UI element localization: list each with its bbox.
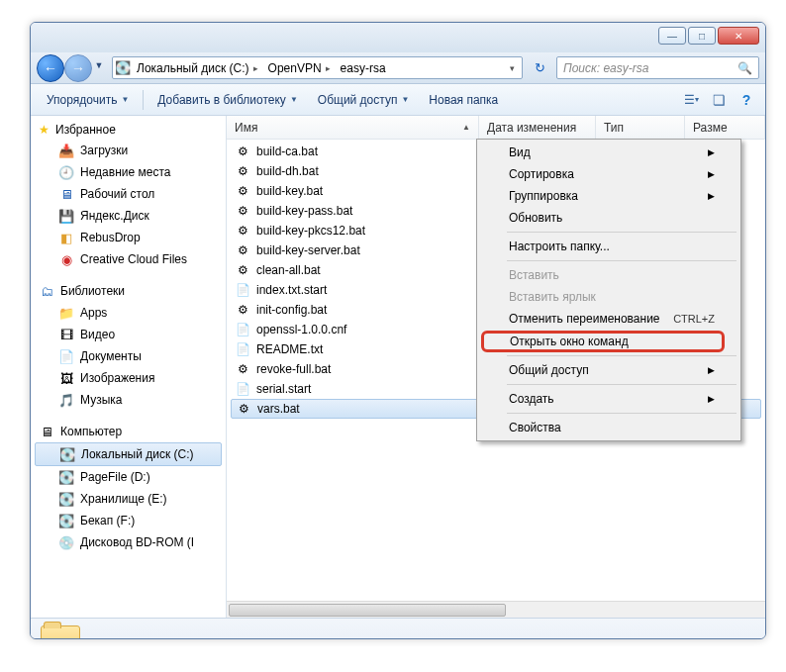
item-label: Бекап (F:) [80,514,135,528]
item-label: init-config.bat [256,303,327,317]
ctx-open-cmd[interactable]: Открыть окно команд [481,331,725,352]
item-icon: ⚙ [235,302,250,318]
organize-button[interactable]: Упорядочить▼ [39,89,137,111]
sidebar-item[interactable]: 🖼Изображения [31,367,226,389]
item-label: Недавние места [80,165,170,179]
item-icon: 📄 [58,348,74,364]
item-icon: ⚙ [235,163,250,179]
refresh-button[interactable]: ↻ [529,57,550,79]
status-bar: Элементов: 14 [31,618,765,639]
item-icon: 🎞 [58,327,74,342]
item-icon: 💾 [58,208,74,224]
item-label: Яндекс.Диск [80,209,149,223]
item-label: vars.bat [257,402,300,416]
forward-button[interactable]: → [64,54,92,82]
ctx-sort[interactable]: Сортировка▶ [479,163,738,185]
preview-button[interactable]: ❏ [708,89,730,111]
nav-pane[interactable]: ★Избранное 📥Загрузки🕘Недавние места🖥Рабо… [31,116,227,618]
sidebar-item[interactable]: 🕘Недавние места [31,161,226,183]
include-button[interactable]: Добавить в библиотеку▼ [149,89,305,111]
h-scrollbar[interactable] [227,601,765,618]
ctx-undo[interactable]: Отменить переименованиеCTRL+Z [479,308,738,330]
sidebar-item[interactable]: 🎞Видео [31,324,226,345]
item-count: Элементов: 14 [92,636,173,640]
sidebar-item[interactable]: 🖥Рабочий стол [31,183,226,205]
ctx-group[interactable]: Группировка▶ [479,185,738,207]
sidebar-item[interactable]: 💽Локальный диск (C:) [35,442,222,466]
item-icon: ⚙ [235,203,250,219]
views-button[interactable]: ☰▾ [680,89,702,111]
sidebar-item[interactable]: 🎵Музыка [31,389,226,411]
sidebar-item[interactable]: 📁Apps [31,302,226,324]
item-label: build-key-server.bat [256,243,360,257]
item-icon: 💽 [58,491,74,507]
ctx-share[interactable]: Общий доступ▶ [479,359,738,381]
item-label: Дисковод BD-ROM (I [80,535,194,549]
item-icon: 📄 [235,381,250,397]
item-label: Изображения [80,371,154,385]
item-label: Локальный диск (C:) [81,447,194,461]
maximize-button[interactable]: □ [688,27,716,45]
search-box[interactable]: Поиск: easy-rsa 🔍 [556,56,759,79]
sidebar-item[interactable]: 💽Хранилище (E:) [31,488,226,510]
item-icon: 💽 [58,513,74,528]
search-icon: 🔍 [737,61,752,75]
share-button[interactable]: Общий доступ▼ [310,89,418,111]
address-dropdown[interactable]: ▾ [504,63,520,73]
item-label: serial.start [256,382,311,396]
item-icon: ⚙ [235,183,250,199]
favorites-head[interactable]: ★Избранное [31,120,226,140]
column-headers: Имя▲ Дата изменения Тип Разме [227,116,765,140]
breadcrumb-easyrsa[interactable]: easy-rsa [337,57,390,78]
help-button[interactable]: ? [736,89,757,111]
breadcrumb-openvpn[interactable]: OpenVPN▸ [264,57,335,78]
item-icon: ⚙ [235,361,250,377]
sidebar-item[interactable]: 📄Документы [31,345,226,367]
col-name[interactable]: Имя▲ [227,116,479,139]
ctx-refresh[interactable]: Обновить [479,207,738,229]
item-label: revoke-full.bat [256,362,331,376]
libraries-head[interactable]: 🗂Библиотеки [31,280,226,302]
breadcrumb-c[interactable]: Локальный диск (C:)▸ [133,57,262,78]
minimize-button[interactable]: — [658,27,686,45]
item-icon: 🖥 [58,186,74,202]
item-icon: ◉ [58,251,74,267]
item-label: Музыка [80,393,122,407]
sidebar-item[interactable]: ◧RebusDrop [31,227,226,248]
ctx-props[interactable]: Свойства [479,417,738,438]
item-icon: 💿 [58,534,74,550]
item-label: Видео [80,328,115,341]
item-icon: ⚙ [236,401,251,417]
new-folder-button[interactable]: Новая папка [421,89,506,111]
item-icon: 🕘 [58,164,74,180]
history-dropdown[interactable]: ▼ [92,54,106,76]
col-type[interactable]: Тип [596,116,685,139]
item-icon: ⚙ [235,223,250,239]
item-icon: ⚙ [235,144,250,159]
item-icon: ⚙ [235,262,250,278]
scroll-thumb[interactable] [229,604,506,617]
item-label: Рабочий стол [80,187,154,201]
item-label: build-ca.bat [256,144,318,158]
sidebar-item[interactable]: 💿Дисковод BD-ROM (I [31,531,226,553]
col-size[interactable]: Разме [685,116,765,139]
col-date[interactable]: Дата изменения [479,116,596,139]
item-icon: ◧ [58,230,74,245]
ctx-view[interactable]: Вид▶ [479,142,738,163]
computer-head[interactable]: 🖥Компьютер [31,421,226,442]
back-button[interactable]: ← [37,54,64,82]
sidebar-item[interactable]: 💽Бекап (F:) [31,510,226,531]
close-button[interactable]: ✕ [718,27,759,45]
item-icon: 💽 [59,446,75,462]
sidebar-item[interactable]: 📥Загрузки [31,140,226,161]
item-icon: 📥 [58,143,74,158]
sidebar-item[interactable]: 💽PageFile (D:) [31,466,226,488]
sidebar-item[interactable]: ◉Creative Cloud Files [31,248,226,270]
ctx-create[interactable]: Создать▶ [479,388,738,410]
ctx-customize[interactable]: Настроить папку... [479,236,738,257]
sidebar-item[interactable]: 💾Яндекс.Диск [31,205,226,227]
ctx-paste-link: Вставить ярлык [479,286,738,308]
item-label: clean-all.bat [256,263,321,277]
address-bar[interactable]: 💽 Локальный диск (C:)▸ OpenVPN▸ easy-rsa… [112,56,523,79]
drive-icon: 💽 [115,60,131,76]
